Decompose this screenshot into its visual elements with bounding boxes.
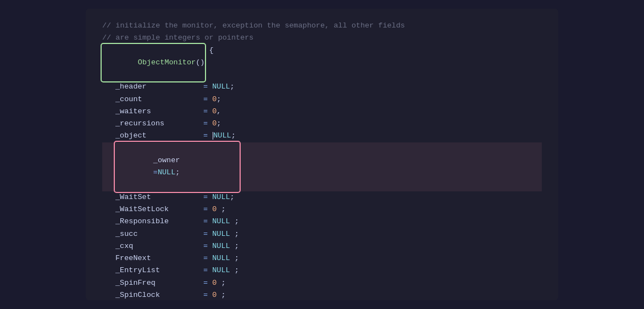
constructor-line: ObjectMonitor() { [102,45,542,81]
code-window: // initialize the monitor, exception the… [86,9,558,300]
field-cxq: _cxq = NULL ; [102,240,542,252]
field-recursions: _recursions = 0; [102,118,542,130]
field-spinclock: _SpinClock = 0 ; [102,289,542,300]
field-header: _header = NULL; [102,81,542,93]
owner-highlight: _owner =NULL; [115,142,239,191]
field-responsible: _Responsible = NULL ; [102,216,542,228]
comment-line-2: // are simple integers or pointers [102,32,542,44]
field-waitset: _WaitSet = NULL; [102,191,542,203]
field-object: _object = NULL; [102,130,542,142]
field-succ: _succ = NULL ; [102,228,542,240]
field-waiters: _waiters = 0, [102,106,542,118]
field-entrylist: _EntryList = NULL ; [102,264,542,277]
comment-line-1: // initialize the monitor, exception the… [102,20,542,32]
constructor-highlight: ObjectMonitor() [102,45,204,81]
field-count: _count = 0; [102,93,542,106]
field-freenext: FreeNext = NULL ; [102,252,542,264]
field-owner: _owner =NULL; [102,142,542,191]
field-waitsetlock: _WaitSetLock = 0 ; [102,203,542,216]
field-spinfreq: _SpinFreq = 0 ; [102,277,542,289]
code-block: // initialize the monitor, exception the… [102,20,542,300]
